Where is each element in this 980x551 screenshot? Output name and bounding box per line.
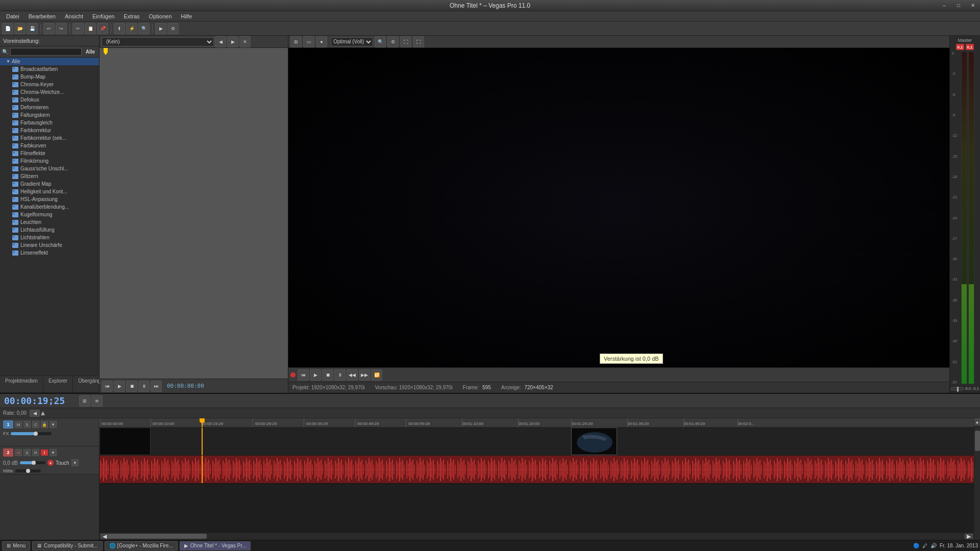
at-record-btn[interactable]: ●: [47, 460, 54, 466]
tab-projektmedien[interactable]: Projektmedien: [0, 376, 43, 392]
cp-play[interactable]: ▶: [114, 381, 125, 392]
effect-item[interactable]: Linseneffekt: [0, 249, 99, 257]
at-collapse[interactable]: ▼: [50, 449, 57, 456]
rp-stepfwd[interactable]: ▶▶: [359, 369, 370, 381]
vt-level-slider[interactable]: [11, 432, 52, 435]
rp-expand[interactable]: ⛶: [400, 36, 411, 47]
cp-rewind[interactable]: ⏮: [102, 381, 113, 392]
zoom-tool[interactable]: 🔍: [138, 23, 150, 34]
effect-item[interactable]: Glitzern: [0, 172, 99, 180]
taskbar-vegas[interactable]: ▶ Ohne Titel * - Vegas Pr...: [180, 541, 251, 550]
vt-mute[interactable]: M: [15, 421, 22, 428]
menu-hilfe[interactable]: Hilfe: [177, 12, 196, 20]
rp-stop[interactable]: ⏹: [322, 369, 333, 381]
effect-item[interactable]: Broadcastfarben: [0, 65, 99, 73]
timeline-scrollbar[interactable]: ▶ ◀: [100, 533, 974, 539]
effect-item[interactable]: Helligkeit und Kont...: [0, 188, 99, 195]
tab-explorer[interactable]: Explorer: [43, 376, 73, 392]
vscroll-thumb[interactable]: [975, 431, 980, 451]
taskbar-compatibility[interactable]: 🖥 Compatibility - Submit...: [32, 541, 103, 550]
effect-item[interactable]: Chroma-Keyer: [0, 81, 99, 88]
rate-left-btn[interactable]: ◀: [30, 410, 40, 417]
tl-auto-ripple[interactable]: ≋: [91, 395, 103, 407]
quality-select[interactable]: Optimal (Voll): [331, 37, 373, 46]
effects-all-item[interactable]: ▼ Alle: [0, 58, 99, 65]
scroll-left-btn[interactable]: ◀: [101, 534, 109, 539]
menu-einfuegen[interactable]: Einfügen: [88, 12, 118, 20]
effect-item[interactable]: Filmeffekte: [0, 149, 99, 157]
center-prev-btn1[interactable]: ◀: [215, 36, 226, 47]
rp-fullscreen[interactable]: ⛶: [413, 36, 424, 47]
timeline-vscrollbar[interactable]: ▲ ▼: [974, 418, 980, 551]
close-button[interactable]: ✕: [966, 0, 980, 11]
search-input[interactable]: [10, 48, 82, 56]
open-button[interactable]: 📂: [14, 23, 26, 34]
start-button[interactable]: ⊞ Menu: [2, 541, 30, 550]
video-clip-black[interactable]: [100, 428, 151, 455]
properties-button[interactable]: ⚙: [167, 23, 179, 34]
minimize-button[interactable]: –: [937, 0, 951, 11]
select-tool[interactable]: ⬆: [114, 23, 125, 34]
effect-item[interactable]: Lichtausfüllung: [0, 226, 99, 234]
effect-item[interactable]: Farbkorrektur: [0, 127, 99, 134]
vscroll-up-btn[interactable]: ▲: [974, 418, 980, 425]
effect-item[interactable]: Lineare Unschärfe: [0, 241, 99, 249]
rp-btn3[interactable]: ●: [316, 36, 327, 47]
effect-item[interactable]: Gradient Map: [0, 180, 99, 188]
rp-btn1[interactable]: ⊞: [290, 36, 302, 47]
effect-item[interactable]: Bump-Map: [0, 73, 99, 81]
center-prev-close[interactable]: ✕: [239, 36, 251, 47]
undo-button[interactable]: ↩: [43, 23, 55, 34]
tl-snap[interactable]: ⊞: [79, 395, 90, 407]
at-arm[interactable]: R: [32, 449, 39, 456]
menu-extras[interactable]: Extras: [119, 12, 143, 20]
video-clip-thumb[interactable]: [571, 428, 617, 455]
cut-button[interactable]: ✂: [72, 23, 84, 34]
effect-item[interactable]: Defokus: [0, 96, 99, 104]
effect-item[interactable]: Farbkorrektur (sek...: [0, 134, 99, 142]
vt-lock[interactable]: 🔒: [41, 421, 48, 428]
effect-item[interactable]: Gauss'sche Unschl...: [0, 165, 99, 172]
rp-rewind[interactable]: ⏮: [298, 369, 309, 381]
at-mute[interactable]: M: [15, 449, 22, 456]
menu-datei[interactable]: Datei: [2, 12, 23, 20]
copy-button[interactable]: 📋: [85, 23, 96, 34]
vt-comp[interactable]: C: [32, 421, 39, 428]
menu-optionen[interactable]: Optionen: [145, 12, 176, 20]
render-button[interactable]: ▶: [155, 23, 166, 34]
at-level-slider[interactable]: [20, 461, 45, 464]
effect-item[interactable]: Leuchten: [0, 218, 99, 226]
rp-btn2[interactable]: ▭: [303, 36, 314, 47]
maximize-button[interactable]: □: [951, 0, 966, 11]
effect-item[interactable]: Farbkurven: [0, 142, 99, 149]
menu-ansicht[interactable]: Ansicht: [61, 12, 87, 20]
effect-item[interactable]: Kugelformung: [0, 211, 99, 218]
effect-item[interactable]: Faltungskern: [0, 111, 99, 119]
cp-ffwd[interactable]: ⏭: [151, 381, 162, 392]
scroll-right-btn[interactable]: ▶: [965, 534, 973, 539]
at-dropdown[interactable]: ▼: [71, 459, 79, 466]
split-tool[interactable]: ⚡: [126, 23, 137, 34]
cp-pause[interactable]: ⏸: [138, 381, 150, 392]
rp-settings[interactable]: ⚙: [387, 36, 399, 47]
vt-collapse[interactable]: ▼: [50, 421, 57, 428]
effect-item[interactable]: Chroma-Weichze...: [0, 88, 99, 96]
effect-select[interactable]: (Kein): [102, 37, 214, 46]
rp-play[interactable]: ▶: [310, 369, 321, 381]
rp-loop[interactable]: 🔁: [371, 369, 382, 381]
at-pan-slider[interactable]: [15, 469, 41, 472]
vu-slider[interactable]: [951, 387, 963, 390]
effect-item[interactable]: Filmkörnung: [0, 157, 99, 165]
new-button[interactable]: 📄: [2, 23, 13, 34]
center-prev-btn2[interactable]: ▶: [227, 36, 238, 47]
rp-stepback[interactable]: ◀◀: [347, 369, 358, 381]
all-category[interactable]: Alle: [84, 48, 97, 56]
at-solo[interactable]: S: [23, 449, 31, 456]
save-button[interactable]: 💾: [27, 23, 38, 34]
effect-item[interactable]: HSL-Anpassung: [0, 195, 99, 203]
redo-button[interactable]: ↪: [56, 23, 67, 34]
taskbar-firefox[interactable]: 🌐 [Google+ - Mozilla Fire...: [105, 541, 178, 550]
h-scrollbar-thumb[interactable]: [105, 534, 207, 539]
rp-pause[interactable]: ⏸: [334, 369, 346, 381]
cp-stop[interactable]: ⏹: [126, 381, 137, 392]
